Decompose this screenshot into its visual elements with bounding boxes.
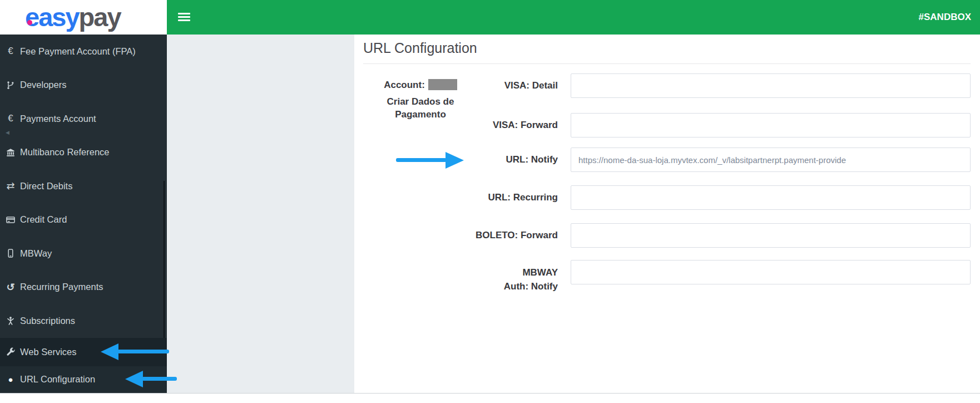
logo-pink-dot [27, 20, 32, 25]
wrench-icon [5, 347, 16, 356]
circle-bullet-icon: ● [5, 375, 16, 384]
sandbox-badge: #SANDBOX [919, 0, 971, 35]
credit-card-icon [5, 215, 16, 224]
page-bottom-strip [0, 393, 980, 403]
visa-forward-input[interactable] [571, 113, 971, 137]
form-row: VISA: Forward [356, 113, 972, 137]
sidebar-item-label: Payments Account [20, 114, 96, 124]
form-row: BOLETO: Forward [356, 223, 972, 248]
boleto-forward-label: BOLETO: Forward [356, 223, 558, 248]
sidebar-item-label: Developers [20, 80, 66, 90]
sidebar-item-fee-payment-account[interactable]: € Fee Payment Account (FPA) [0, 35, 167, 68]
sidebar-item-label: Recurring Payments [20, 282, 103, 292]
logo-text-easy: easy [25, 2, 79, 32]
top-bar: #SANDBOX [167, 0, 980, 35]
sidebar-item-label: Subscriptions [20, 316, 75, 326]
sidebar-item-label: Credit Card [20, 214, 67, 225]
title-divider [363, 63, 971, 64]
sidebar-item-label: Web Services [20, 347, 76, 357]
sidebar-item-label: Fee Payment Account (FPA) [20, 46, 136, 57]
sidebar-item-label: Multibanco Reference [20, 147, 110, 158]
transfer-arrows-icon: ⇄ [5, 180, 16, 192]
mobile-phone-icon [5, 249, 16, 258]
sidebar-item-multibanco-reference[interactable]: Multibanco Reference [0, 136, 167, 170]
collapsed-panel [167, 35, 354, 393]
sidebar-item-recurring-payments[interactable]: ↺ Recurring Payments [0, 271, 167, 304]
form-row: MBWAY Auth: Notify [356, 260, 972, 284]
euro-icon: € [5, 46, 16, 57]
url-notify-input[interactable] [571, 148, 971, 172]
sidebar-item-payments-account[interactable]: € Payments Account ◀ [0, 102, 167, 136]
form-row: URL: Recurring [356, 185, 972, 210]
page-title: URL Configuration [363, 40, 477, 56]
form-row: VISA: Detail [356, 73, 972, 98]
sidebar-item-mbway[interactable]: MBWay [0, 237, 167, 271]
sidebar-item-label: Direct Debits [20, 181, 72, 191]
collapse-caret-icon[interactable]: ◀ [6, 130, 9, 135]
sidebar-item-label: URL Configuration [20, 374, 95, 385]
mbway-auth-notify-label: MBWAY Auth: Notify [356, 260, 558, 293]
history-icon: ↺ [5, 281, 16, 293]
easypay-logo: easypay [25, 1, 121, 33]
git-branch-icon [5, 81, 16, 90]
person-icon [5, 316, 16, 325]
logo-area: easypay [0, 0, 167, 35]
sidebar-item-developers[interactable]: Developers [0, 68, 167, 102]
sidebar-item-subscriptions[interactable]: Subscriptions [0, 304, 167, 338]
app-window: easypay #SANDBOX € Fee Payment Account (… [0, 0, 980, 403]
sidebar-item-direct-debits[interactable]: ⇄ Direct Debits [0, 169, 167, 203]
visa-detail-input[interactable] [571, 73, 971, 98]
sidebar-item-credit-card[interactable]: Credit Card [0, 203, 167, 237]
sidebar-scrollbar[interactable] [164, 181, 165, 338]
logo-text-pay: pay [79, 2, 121, 32]
boleto-forward-input[interactable] [571, 223, 971, 248]
main-content: URL Configuration Account: Criar Dados d… [354, 35, 980, 393]
sidebar-item-label: MBWay [20, 248, 52, 259]
url-recurring-input[interactable] [571, 185, 971, 210]
mbway-auth-notify-input[interactable] [571, 260, 971, 284]
hamburger-menu-icon[interactable] [178, 13, 190, 22]
sidebar: € Fee Payment Account (FPA) Developers €… [0, 35, 167, 393]
euro-icon: € [5, 113, 16, 124]
visa-detail-label: VISA: Detail [356, 73, 558, 98]
visa-forward-label: VISA: Forward [356, 113, 558, 137]
bank-icon [5, 148, 16, 157]
url-recurring-label: URL: Recurring [356, 185, 558, 210]
